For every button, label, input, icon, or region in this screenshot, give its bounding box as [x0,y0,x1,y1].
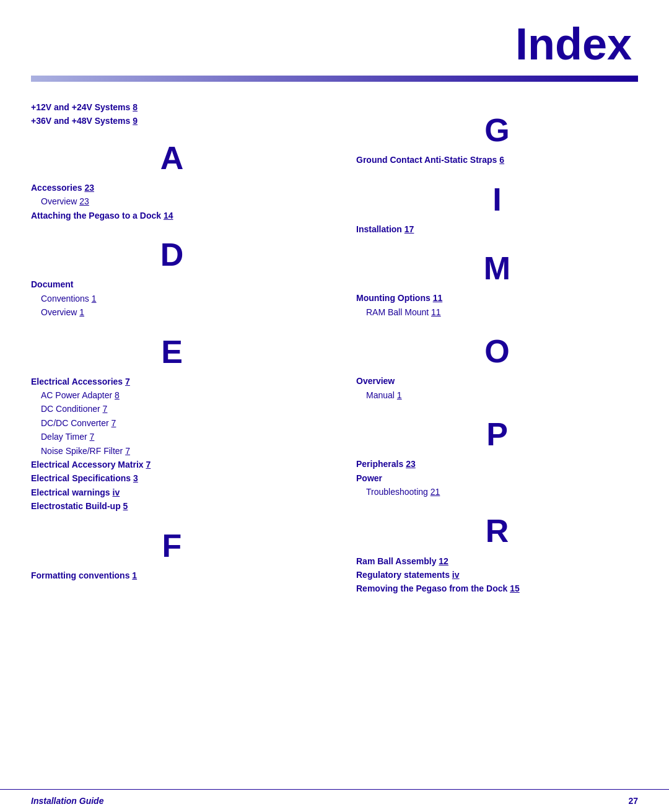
page-link[interactable]: 12 [439,556,448,566]
list-item: Troubleshooting 21 [356,485,638,499]
section-letter-i: I [356,182,638,217]
list-item: Document [31,277,313,291]
list-item: AC Power Adapter 8 [31,388,313,402]
page-link[interactable]: 11 [433,293,443,303]
list-item: +36V and +48V Systems 9 [31,114,313,128]
page-link[interactable]: 7 [112,418,116,428]
section-d: D Document Conventions 1 Overview 1 [31,237,313,319]
page-link[interactable]: 1 [132,570,137,580]
list-item: Power [356,471,638,485]
section-letter-p: P [356,417,638,452]
list-item: Manual 1 [356,388,638,402]
page-link[interactable]: 6 [499,155,504,165]
page-link[interactable]: 15 [510,583,520,593]
section-p: P Peripherals 23 Power Troubleshooting 2… [356,417,638,499]
section-i: I Installation 17 [356,182,638,237]
page-link[interactable]: 9 [133,116,138,126]
page-link[interactable]: 7 [146,460,151,469]
page-title: Index [0,0,669,76]
left-column: +12V and +24V Systems 8 +36V and +48V Sy… [31,100,325,611]
section-letter-d: D [31,237,313,273]
list-item: Electrical Accessory Matrix 7 [31,458,313,471]
right-column: G Ground Contact Anti-Static Straps 6 I … [344,100,638,611]
list-item: Removing the Pegaso from the Dock 15 [356,582,638,595]
page-link[interactable]: 7 [103,404,108,414]
page-link[interactable]: iv [113,487,120,497]
list-item: Electrical warnings iv [31,486,313,499]
page-link[interactable]: 14 [164,211,173,220]
list-item: Regulatory statements iv [356,568,638,582]
section-e: E Electrical Accessories 7 AC Power Adap… [31,334,313,513]
page-link[interactable]: 8 [133,102,138,112]
list-item: Overview 23 [31,194,313,208]
footer-guide-title: Installation Guide [31,796,103,806]
list-item: Formatting conventions 1 [31,569,313,582]
section-letter-e: E [31,334,313,370]
section-letter-o: O [356,334,638,369]
page-link[interactable]: 23 [406,459,416,469]
list-item: Noise Spike/RF Filter 7 [31,444,313,458]
list-item: Conventions 1 [31,292,313,305]
section-letter-a: A [31,141,313,176]
page-link[interactable]: 7 [125,377,130,386]
content-area: +12V and +24V Systems 8 +36V and +48V Sy… [0,100,669,611]
page-link[interactable]: 11 [431,307,441,317]
section-a: A Accessories 23 Overview 23 Attaching t… [31,141,313,222]
list-item: DC/DC Converter 7 [31,416,313,430]
header-bar [31,76,638,82]
page-link[interactable]: 17 [404,224,414,234]
list-item: +12V and +24V Systems 8 [31,100,313,114]
page-link[interactable]: 8 [115,390,120,400]
section-letter-m: M [356,251,638,286]
list-item: Attaching the Pegaso to a Dock 14 [31,209,313,222]
list-item: DC Conditioner 7 [31,402,313,416]
page-link[interactable]: iv [452,570,460,580]
section-r: R Ram Ball Assembly 12 Regulatory statem… [356,513,638,595]
section-o: O Overview Manual 1 [356,334,638,402]
list-item: Electrostatic Build-up 5 [31,499,313,513]
list-item: RAM Ball Mount 11 [356,305,638,319]
section-letter-g: G [356,113,638,148]
page-link[interactable]: 1 [79,307,84,317]
list-item: Mounting Options 11 [356,291,638,305]
list-item: Overview [356,374,638,388]
page-link[interactable]: 7 [90,432,95,442]
page-link[interactable]: 21 [431,487,440,497]
section-g: G Ground Contact Anti-Static Straps 6 [356,113,638,167]
page-link[interactable]: 23 [84,183,94,193]
list-item: Peripherals 23 [356,457,638,471]
list-item: Delay Timer 7 [31,430,313,443]
list-item: Electrical Accessories 7 [31,375,313,388]
page-link[interactable]: 5 [123,501,128,511]
list-item: Electrical Specifications 3 [31,471,313,485]
list-item: Accessories 23 [31,181,313,194]
page-link[interactable]: 1 [397,390,402,400]
top-entries: +12V and +24V Systems 8 +36V and +48V Sy… [31,100,313,128]
page-link[interactable]: 7 [125,446,130,456]
list-item: Ground Contact Anti-Static Straps 6 [356,153,638,167]
page-link[interactable]: 23 [79,196,89,206]
page-link[interactable]: 3 [133,473,138,483]
list-item: Ram Ball Assembly 12 [356,554,638,568]
list-item: Overview 1 [31,305,313,319]
footer-page-number: 27 [628,796,638,806]
section-f: F Formatting conventions 1 [31,528,313,583]
section-letter-f: F [31,528,313,564]
page-link[interactable]: 1 [92,294,97,303]
section-letter-r: R [356,513,638,549]
footer: Installation Guide 27 [0,789,669,812]
section-m: M Mounting Options 11 RAM Ball Mount 11 [356,251,638,319]
list-item: Installation 17 [356,222,638,236]
